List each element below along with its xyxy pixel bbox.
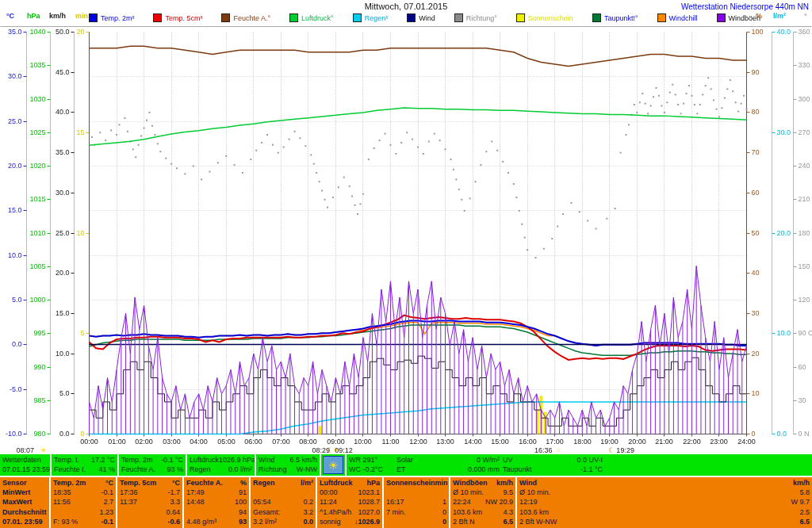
cell-value: -1.7: [167, 488, 180, 497]
table-cell-row: ^1.4hPa/h1027.0: [320, 507, 380, 517]
sun-icon: ☀: [323, 456, 343, 474]
status-label: Wetterdaten: [2, 455, 41, 465]
cell-value: W 9.7: [791, 497, 810, 507]
status-value: 1026.9 hPa: [219, 455, 255, 465]
status-cell-1: Temp. I.17.2 °CFeuchte I.41 %: [52, 454, 117, 476]
cell-label: 17:49: [186, 488, 205, 497]
cell-value: 94: [239, 507, 247, 517]
status-value: WC -0.2°C: [349, 465, 393, 474]
table-cell-row: 17:36-1.7: [120, 488, 180, 497]
status-value: -0.1 °C: [161, 455, 183, 465]
cell-value: 4.3: [503, 507, 513, 517]
cell-label: 4.48 g/m³: [186, 517, 216, 526]
legend-item-9: Windchill: [657, 13, 698, 22]
legend-item-3: Luftdruck°: [289, 13, 334, 22]
table-cell-row: 1.23: [53, 507, 113, 517]
legend-swatch-icon: [89, 13, 98, 22]
table-cell-row: 18:35-0.1: [53, 488, 113, 497]
current-weather-icon-cell: ☀: [321, 454, 345, 476]
legend-label: Temp. 2mˣ: [101, 14, 134, 22]
weather-chart-canvas: [0, 0, 812, 453]
cell-value: 5.8: [799, 488, 810, 497]
cell-label: 17:36: [120, 488, 138, 497]
legend-label: Sonnenschein: [528, 14, 573, 22]
cell-value: 1027.0: [358, 507, 380, 517]
cell-value: 3.3: [170, 497, 180, 507]
table-cell-row: sonnig↓1026.9: [320, 517, 380, 526]
cell-value: 1: [442, 497, 446, 507]
table-column-sonnenschein: Sonnenscheinmin16:1717 min.00: [384, 477, 449, 528]
status-value: Solar: [396, 455, 428, 465]
cell-value: 2.7: [103, 497, 113, 507]
legend-label: Windchill: [669, 14, 698, 22]
legend-item-0: Temp. 2mˣ: [89, 13, 134, 22]
column-name: Feuchte A.: [186, 478, 223, 488]
column-unit: °C: [172, 478, 180, 488]
chart-area: [0, 0, 812, 453]
table-cell-row: 05:540.2: [253, 497, 313, 507]
table-column-header: LuftdruckhPa: [320, 478, 380, 488]
status-row: 07.01.15 23:59: [2, 465, 48, 474]
cell-label: Ø 10 min.: [453, 488, 484, 497]
column-name: Sonnenschein: [386, 478, 435, 488]
axis-header-temp: °C: [6, 12, 14, 20]
table-column-header: Temp. 2m°C: [53, 478, 113, 488]
table-column-regen: Regenl/m²05:540.2Gesamt:3.23.2 l/m²0.0: [251, 477, 316, 528]
legend-item-5: Wind: [407, 13, 435, 22]
table-cell-row: 2 Bft W-NW6.5: [519, 517, 810, 526]
table-row-labels: SensorMinWertMaxWertDurchschnitt07.01. 2…: [0, 477, 49, 528]
cell-label: 16:17: [386, 497, 404, 507]
table-cell-row: 3.2 l/m²0.0: [253, 517, 313, 526]
table-column-luftdruck: LuftdruckhPa00:001023.111:241028.7^1.4hP…: [317, 477, 382, 528]
column-unit: hPa: [366, 478, 380, 488]
axis-header-kmh: km/h: [49, 12, 66, 20]
table-cell-row: -0.6: [120, 517, 180, 526]
legend-swatch-icon: [153, 13, 162, 22]
table-column-header: Sonnenscheinmin: [386, 478, 446, 488]
cell-value: 0: [442, 507, 446, 517]
cell-value: 3.2: [303, 507, 313, 517]
legend-swatch-icon: [221, 13, 230, 22]
cell-label: 11:37: [120, 497, 137, 507]
cell-label: 103.6 km: [519, 507, 549, 517]
status-value: 0.0 l/m²: [228, 465, 252, 474]
legend-item-4: Regenˣ: [353, 13, 388, 22]
cell-label: 11:56: [53, 497, 71, 507]
status-bar: Wetterdaten07.01.15 23:59Temp. I.17.2 °C…: [0, 454, 812, 476]
cell-label: F: 93 %: [53, 517, 78, 526]
cell-value: 0: [442, 517, 446, 526]
cell-value: 100: [235, 497, 247, 507]
status-cell-2: Temp. 2m-0.1 °CFeuchte A.93 %: [119, 454, 186, 476]
cell-value: 2.5: [799, 507, 810, 517]
legend-swatch-icon: [454, 13, 463, 22]
cell-label: Ø 10 min.: [519, 488, 550, 497]
status-row: Wind6.5 km/h: [259, 455, 317, 465]
cell-value: 93: [239, 517, 247, 526]
status-value: 0.000 mm: [431, 465, 500, 474]
table-row-label: MaxWert: [2, 497, 47, 507]
status-value: 17.2 °C: [91, 455, 115, 465]
table-cell-row: 0.64: [120, 507, 180, 517]
table-column-header: Windkm/h: [519, 478, 810, 488]
legend-item-2: Feuchte A.°: [221, 13, 270, 22]
cell-value: 6.5: [503, 517, 513, 526]
legend-swatch-icon: [516, 13, 525, 22]
column-unit: km/h: [496, 478, 513, 488]
table-column-windb-en: Windböenkm/hØ 10 min.9.522:24NW 20.9103.…: [450, 477, 515, 528]
axis-header-pct: %: [756, 12, 762, 20]
table-cell-row: F: 93 %-0.1: [53, 517, 113, 526]
table-cell-row: 0: [386, 517, 446, 526]
column-unit: %: [240, 478, 247, 488]
legend-label: Richtung°: [466, 14, 497, 22]
column-name: Temp. 2m: [53, 478, 86, 488]
table-cell-row: 00:001023.1: [320, 488, 380, 497]
column-name: Wind: [519, 478, 537, 488]
axis-header-min: min: [75, 12, 88, 20]
cell-value: 0.64: [166, 507, 180, 517]
status-row: Luftdruck1026.9 hPa: [190, 455, 252, 465]
chart-legend: Temp. 2mˣTemp. 5cmˣFeuchte A.°Luftdruck°…: [89, 13, 747, 22]
status-label: Temp. 2m: [121, 455, 153, 465]
legend-item-10: Windböen: [717, 13, 761, 22]
status-row: RichtungW-NW: [259, 465, 317, 474]
table-cell-row: 4.48 g/m³93: [186, 517, 247, 526]
